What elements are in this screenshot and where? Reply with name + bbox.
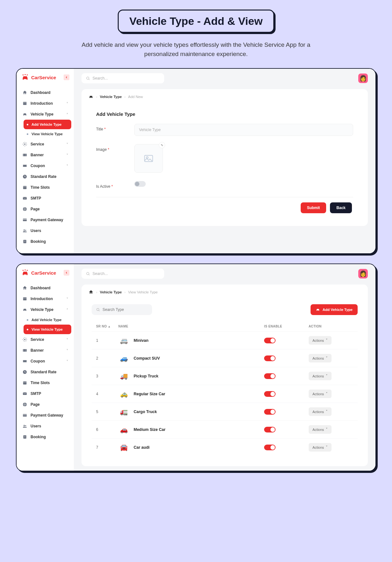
nav-page[interactable]: Page [19,399,71,410]
nav-add-vehicle-type[interactable]: Add Vehicle Type [24,120,71,129]
back-button[interactable]: Back [330,202,352,213]
svg-point-14 [24,229,25,231]
car-icon [316,307,320,312]
actions-dropdown[interactable]: Actions ˅ [309,443,332,452]
nav-dashboard[interactable]: Dashboard [19,283,71,293]
nav-service[interactable]: Service˅ [19,334,71,345]
screenshot-add: CarService DashboardIntroduction˅Vehicle… [16,68,376,254]
actions-dropdown[interactable]: Actions ˅ [309,354,332,362]
title-input[interactable] [134,124,353,136]
chevron-down-icon: ˅ [66,102,68,105]
nav-users[interactable]: Users [19,225,71,236]
svg-point-28 [26,361,27,362]
chevron-right-icon: › [96,95,97,99]
nav-payment-gateway[interactable]: Payment Gateway [19,214,71,225]
svg-point-27 [23,361,23,362]
nav-page[interactable]: Page [19,204,71,214]
actions-dropdown[interactable]: Actions ˅ [309,425,332,434]
user-avatar[interactable]: 👩 [358,269,368,278]
nav-users[interactable]: Users [19,421,71,432]
svg-rect-30 [23,381,27,384]
nav-introduction[interactable]: Introduction˅ [19,293,71,304]
table-row: 4🚕Regular Size CarActions ˅ [92,385,358,403]
breadcrumb: › Vehicle Type › View Vehicle Type [88,290,361,295]
nav-introduction[interactable]: Introduction˅ [19,98,71,109]
col-sr[interactable]: SR NO ▲ [96,325,118,328]
nav-view-vehicle-type[interactable]: View Vehicle Type [24,325,71,334]
actions-dropdown[interactable]: Actions ˅ [309,372,332,380]
edit-image-icon[interactable]: ✎ [159,142,165,148]
enable-toggle[interactable] [264,355,276,361]
nav-booking[interactable]: Booking [19,236,71,247]
brand-name: CarService [31,270,56,276]
breadcrumb: › Vehicle Type › Add New [88,94,361,99]
enable-toggle[interactable] [264,409,276,415]
breadcrumb-vehicle-type[interactable]: Vehicle Type [100,290,122,294]
breadcrumb-current: Add New [128,95,143,99]
hero-title: Vehicle Type - Add & View [118,10,275,33]
sr-no: 1 [96,338,118,343]
title-label: Title [96,127,103,131]
nav-standard-rate[interactable]: Standard Rate [19,171,71,182]
nav-smtp[interactable]: SMTP [19,388,71,399]
search-type-box[interactable] [92,304,152,315]
global-search[interactable] [81,269,164,279]
nav-vehicle-type[interactable]: Vehicle Type˄ [19,109,71,120]
search-input[interactable] [93,271,160,276]
global-search[interactable] [81,73,164,83]
vehicle-name: Regular Size Car [134,392,165,396]
enable-toggle[interactable] [264,373,276,379]
svg-rect-16 [23,240,26,243]
sr-no: 4 [96,392,118,396]
nav-standard-rate[interactable]: Standard Rate [19,367,71,377]
svg-rect-13 [23,219,27,221]
nav-payment-gateway[interactable]: Payment Gateway [19,410,71,421]
enable-toggle[interactable] [264,391,276,397]
nav-banner[interactable]: Banner˅ [19,150,71,160]
svg-rect-33 [23,414,27,417]
vehicle-thumb-icon: 🚙 [118,354,129,362]
actions-dropdown[interactable]: Actions ˅ [309,390,332,398]
submit-button[interactable]: Submit [301,202,326,213]
coupon-icon [22,163,27,168]
svg-point-0 [23,74,24,75]
svg-rect-5 [23,154,27,156]
image-upload[interactable]: ✎ [134,144,163,173]
car-icon [22,307,27,312]
enable-toggle[interactable] [264,338,276,343]
search-icon [86,76,90,81]
sidebar-collapse-button[interactable] [64,74,69,80]
nav-time-slots[interactable]: Time Slots [19,377,71,388]
nav-coupon[interactable]: Coupon˅ [19,356,71,367]
actions-dropdown[interactable]: Actions ˅ [309,407,332,416]
nav-add-vehicle-type[interactable]: Add Vehicle Type [24,315,71,325]
nav-service[interactable]: Service˅ [19,139,71,150]
actions-dropdown[interactable]: Actions ˅ [309,336,332,345]
svg-point-7 [23,165,23,166]
enable-toggle[interactable] [264,445,276,450]
nav-banner[interactable]: Banner˅ [19,345,71,356]
intro-icon [22,296,27,301]
svg-point-21 [24,270,25,270]
chevron-down-icon: ˅ [326,374,328,378]
nav-coupon[interactable]: Coupon˅ [19,160,71,171]
is-active-toggle[interactable] [134,181,146,187]
search-input[interactable] [93,76,160,81]
nav-view-vehicle-type[interactable]: View Vehicle Type [24,129,71,139]
breadcrumb-vehicle-type[interactable]: Vehicle Type [100,95,122,99]
nav-dashboard[interactable]: Dashboard [19,87,71,98]
breadcrumb-current: View Vehicle Type [128,290,158,294]
col-name[interactable]: NAME [118,325,264,328]
user-avatar[interactable]: 👩 [358,74,368,83]
add-vehicle-type-button[interactable]: Add Vehicle Type [311,304,358,315]
svg-point-2 [27,74,28,75]
sidebar-collapse-button[interactable] [64,270,69,276]
search-type-input[interactable] [102,307,148,312]
table-row: 1🚐MinivanActions ˅ [92,331,358,349]
nav-vehicle-type[interactable]: Vehicle Type˄ [19,304,71,315]
nav-booking[interactable]: Booking [19,432,71,442]
enable-toggle[interactable] [264,427,276,432]
nav-smtp[interactable]: SMTP [19,193,71,204]
image-label: Image [96,147,107,152]
nav-time-slots[interactable]: Time Slots [19,182,71,193]
